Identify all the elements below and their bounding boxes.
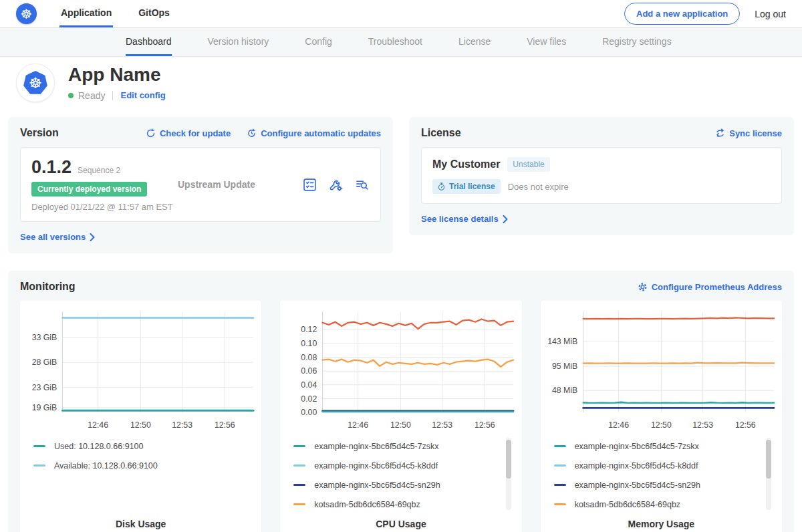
see-all-versions-link[interactable]: See all versions xyxy=(20,232,95,242)
legend-dash-icon xyxy=(554,464,566,467)
legend-dash-icon xyxy=(293,445,305,447)
legend-label: example-nginx-5bc6f5d4c5-7zskx xyxy=(314,442,438,451)
topnav-tab-application[interactable]: Application xyxy=(59,0,113,27)
edit-config-link[interactable]: Edit config xyxy=(120,90,165,100)
sync-icon xyxy=(715,128,725,138)
legend-dash-icon xyxy=(554,484,566,486)
disk-usage-legend: Used: 10.128.0.66:9100Available: 10.128.… xyxy=(33,436,251,512)
legend-item: example-nginx-5bc6f5d4c5-sn29h xyxy=(293,475,511,495)
preflight-checks-icon[interactable] xyxy=(302,177,317,192)
svg-text:12:56: 12:56 xyxy=(475,420,495,430)
license-details-box: My Customer Unstable Trial license Does … xyxy=(421,147,782,204)
legend-label: example-nginx-5bc6f5d4c5-7zskx xyxy=(575,442,699,451)
legend-item: example-nginx-5bc6f5d4c5-sn29h xyxy=(554,475,771,495)
refresh-icon xyxy=(146,128,156,138)
chart-card-disk-usage: 12:4612:5012:5312:5619 GiB23 GiB28 GiB33… xyxy=(20,301,261,532)
legend-item: kotsadm-5db6dc6584-69qbz xyxy=(293,495,511,512)
config-wrench-icon[interactable] xyxy=(328,177,344,192)
monitoring-title: Monitoring xyxy=(20,281,76,293)
legend-dash-icon xyxy=(33,445,45,447)
legend-label: Used: 10.128.0.66:9100 xyxy=(54,442,143,451)
status-text: Ready xyxy=(78,90,105,101)
channel-badge: Unstable xyxy=(507,157,549,172)
kubernetes-heptagon-icon: ☸ xyxy=(20,68,51,98)
legend-scrollbar-thumb[interactable] xyxy=(506,440,511,479)
topnav-tabs: ApplicationGitOps xyxy=(59,0,195,27)
legend-scrollbar-track[interactable] xyxy=(506,438,511,510)
chart-title-memory-usage: Memory Usage xyxy=(545,519,778,529)
chevron-right-icon xyxy=(503,215,508,223)
divider xyxy=(112,91,113,100)
version-card: Version Check for update Configure autom… xyxy=(8,117,393,253)
app-header: ☸ App Name Ready Edit config xyxy=(0,57,802,110)
subnav-tab-license[interactable]: License xyxy=(458,28,491,56)
legend-dash-icon xyxy=(293,503,305,505)
check-for-update-link[interactable]: Check for update xyxy=(146,128,231,138)
svg-text:33 GiB: 33 GiB xyxy=(32,333,57,342)
subnav-tab-registry-settings[interactable]: Registry settings xyxy=(602,28,671,56)
svg-text:12:53: 12:53 xyxy=(432,420,453,430)
svg-text:12:56: 12:56 xyxy=(215,420,235,430)
memory-usage-plot: 12:4612:5012:5312:5648 MiB95 MiB143 MiB xyxy=(545,306,778,434)
legend-label: kotsadm-5db6dc6584-69qbz xyxy=(575,500,680,509)
subnav-tab-view-files[interactable]: View files xyxy=(527,28,566,56)
chart-title-disk-usage: Disk Usage xyxy=(24,519,257,529)
svg-text:0.02: 0.02 xyxy=(301,394,317,404)
chart-title-cpu-usage: CPU Usage xyxy=(284,519,517,529)
version-number: 0.1.2 xyxy=(31,157,72,178)
subnav-tab-dashboard[interactable]: Dashboard xyxy=(126,28,172,56)
sync-license-link[interactable]: Sync license xyxy=(715,128,782,138)
legend-item: Used: 10.128.0.66:9100 xyxy=(33,436,251,456)
legend-label: example-nginx-5bc6f5d4c5-sn29h xyxy=(575,481,700,490)
legend-item: example-nginx-5bc6f5d4c5-k8ddf xyxy=(554,456,771,475)
charts-row: 12:4612:5012:5312:5619 GiB23 GiB28 GiB33… xyxy=(20,301,782,532)
gear-icon xyxy=(638,282,648,292)
add-application-button[interactable]: Add a new application xyxy=(624,3,740,25)
legend-item: kotsadm-5db6dc6584-69qbz xyxy=(554,495,771,512)
svg-text:0.06: 0.06 xyxy=(301,366,317,376)
see-license-details-link[interactable]: See license details xyxy=(421,214,508,224)
subnav-tab-config[interactable]: Config xyxy=(305,28,331,56)
configure-prometheus-link[interactable]: Configure Prometheus Address xyxy=(638,282,782,292)
svg-text:12:50: 12:50 xyxy=(651,420,672,430)
svg-text:12:53: 12:53 xyxy=(172,420,192,430)
deployed-timestamp: Deployed 01/21/22 @ 11:57 am EST xyxy=(31,202,175,212)
subnav-tab-version-history[interactable]: Version history xyxy=(208,28,269,56)
logout-button[interactable]: Log out xyxy=(755,9,786,19)
legend-dash-icon xyxy=(554,445,566,447)
svg-text:19 GiB: 19 GiB xyxy=(32,403,57,412)
svg-text:0.10: 0.10 xyxy=(301,339,317,348)
svg-text:95 MiB: 95 MiB xyxy=(552,362,577,371)
svg-text:23 GiB: 23 GiB xyxy=(32,383,57,392)
svg-text:12:46: 12:46 xyxy=(608,420,629,430)
svg-text:12:53: 12:53 xyxy=(692,420,713,430)
svg-text:0.12: 0.12 xyxy=(301,325,317,334)
dashboard-main: Version Check for update Configure autom… xyxy=(0,110,802,532)
legend-label: example-nginx-5bc6f5d4c5-k8ddf xyxy=(314,461,438,471)
customer-name: My Customer xyxy=(432,158,500,170)
view-logs-icon[interactable] xyxy=(354,177,370,192)
legend-dash-icon xyxy=(293,484,305,486)
svg-text:0.00: 0.00 xyxy=(301,408,317,417)
legend-label: example-nginx-5bc6f5d4c5-k8ddf xyxy=(575,461,698,471)
legend-scrollbar-track[interactable] xyxy=(766,438,771,510)
deployed-badge: Currently deployed version xyxy=(31,182,147,196)
chart-card-cpu-usage: 12:4612:5012:5312:560.000.020.040.060.08… xyxy=(280,301,521,532)
cpu-usage-plot: 12:4612:5012:5312:560.000.020.040.060.08… xyxy=(284,306,517,434)
configure-automatic-updates-link[interactable]: Configure automatic updates xyxy=(247,128,381,138)
svg-text:12:46: 12:46 xyxy=(348,420,369,430)
legend-item: example-nginx-5bc6f5d4c5-7zskx xyxy=(293,436,511,456)
license-card: License Sync license My Customer Unstabl… xyxy=(409,117,794,235)
top-navbar: ☸ ApplicationGitOps Add a new applicatio… xyxy=(0,0,802,28)
svg-text:12:50: 12:50 xyxy=(130,420,151,430)
subnav-tab-troubleshoot[interactable]: Troubleshoot xyxy=(368,28,422,56)
svg-text:12:50: 12:50 xyxy=(390,420,411,430)
svg-text:48 MiB: 48 MiB xyxy=(552,386,577,395)
trial-license-badge: Trial license xyxy=(432,179,501,194)
status-dot xyxy=(68,93,74,98)
legend-scrollbar-thumb[interactable] xyxy=(766,440,771,479)
legend-label: kotsadm-5db6dc6584-69qbz xyxy=(314,500,420,509)
kubernetes-logo-icon[interactable]: ☸ xyxy=(16,3,37,24)
legend-item: example-nginx-5bc6f5d4c5-k8ddf xyxy=(293,456,511,475)
topnav-tab-gitops[interactable]: GitOps xyxy=(137,0,171,27)
